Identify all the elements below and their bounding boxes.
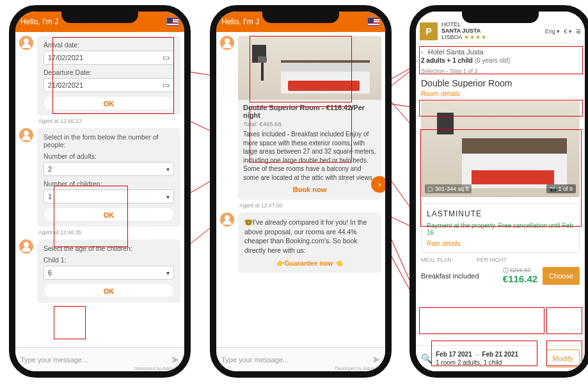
stars-icon: ★★★★ bbox=[464, 34, 487, 40]
breadcrumb: ‹ Hotel Santa Justa 2 adults + 1 child (… bbox=[416, 44, 585, 68]
floorplan-icon: ▢ bbox=[427, 186, 433, 192]
new-price: €116.42 bbox=[503, 273, 537, 284]
stage: Hello, I'm J Arrival date: 17/02/2021 ▭ bbox=[0, 0, 588, 386]
rate-details-link[interactable]: Rate details bbox=[427, 240, 574, 247]
comparison-text: 🤓I've already compared it for you! In th… bbox=[244, 218, 375, 255]
room-offer-card: Double Superior Room - €116.42/Per night… bbox=[238, 36, 381, 200]
booking-footer: 🔍 Feb 17 2021 → Feb 21 2021 1 room 2 adu… bbox=[416, 345, 585, 371]
lang-select[interactable]: Eng ▾ bbox=[545, 28, 560, 35]
col-meal: MEAL PLAN bbox=[421, 257, 451, 263]
child1-value: 6 bbox=[48, 269, 52, 277]
ok-button[interactable]: OK bbox=[44, 207, 174, 221]
message-row: Arrival date: 17/02/2021 ▭ Departure Dat… bbox=[19, 36, 180, 115]
area-tag: ▢301-344 sq ft bbox=[425, 184, 472, 193]
choose-button[interactable]: Choose bbox=[543, 267, 580, 285]
modify-button[interactable]: Modify bbox=[546, 350, 580, 367]
chat-body: Arrival date: 17/02/2021 ▭ Departure Dat… bbox=[15, 32, 184, 347]
send-icon[interactable]: ➤ bbox=[171, 353, 179, 366]
phone-notch bbox=[462, 12, 539, 23]
child-age-prompt: Select the age of the children: bbox=[44, 245, 174, 252]
phone-notch bbox=[262, 12, 339, 23]
flag-icon[interactable] bbox=[166, 17, 179, 26]
chat-input-placeholder: Type your message... bbox=[221, 356, 368, 364]
arrival-label: Arrival date: bbox=[44, 41, 174, 49]
flag-icon[interactable] bbox=[367, 17, 380, 26]
back-icon[interactable]: ‹ bbox=[421, 48, 424, 56]
phone-notch bbox=[61, 12, 138, 23]
room-image[interactable] bbox=[238, 36, 381, 100]
footer-dates: Feb 17 2021 → Feb 21 2021 1 room 2 adult… bbox=[436, 350, 518, 367]
bot-avatar-icon bbox=[19, 36, 33, 50]
room-details-link[interactable]: Room details bbox=[416, 90, 585, 101]
col-per-night: PER NIGHT bbox=[477, 257, 506, 263]
menu-icon[interactable]: ≡ bbox=[576, 26, 581, 36]
arrival-date-field[interactable]: 17/02/2021 ▭ bbox=[44, 51, 174, 65]
next-fab-button[interactable]: › bbox=[371, 176, 385, 193]
header-right: Eng ▾ € ▾ ≡ bbox=[545, 26, 581, 36]
chevron-down-icon: ▾ bbox=[166, 269, 170, 277]
bot-avatar-icon bbox=[19, 128, 33, 142]
departure-date-field[interactable]: 21/02/2021 ▭ bbox=[44, 78, 174, 92]
children-label: Number of children: bbox=[44, 180, 174, 188]
guests-summary: 2 adults + 1 child (6 years old) bbox=[421, 57, 580, 64]
children-select[interactable]: 1 ▾ bbox=[44, 189, 174, 204]
screen: Hello, I'm J Double Superior Room - €116… bbox=[216, 12, 385, 371]
search-icon[interactable]: 🔍 bbox=[421, 353, 432, 364]
people-card: Select in the form below the number of p… bbox=[37, 128, 180, 227]
greeting-text: Hello, I'm J bbox=[20, 17, 58, 26]
room-gallery[interactable]: ▢301-344 sq ft 📷 1 of 9 bbox=[421, 101, 580, 197]
developed-by: Developed by Asksuite bbox=[134, 366, 179, 371]
departure-label: Departure Date: bbox=[44, 68, 174, 76]
bot-avatar-icon bbox=[220, 213, 234, 227]
meal-row: Breakfast included i€216.50 €116.42 Choo… bbox=[416, 264, 585, 289]
adults-value: 2 bbox=[48, 165, 52, 173]
send-icon[interactable]: ➤ bbox=[372, 353, 380, 366]
meal-name: Breakfast included bbox=[421, 272, 498, 280]
message-row: Select in the form below the number of p… bbox=[19, 128, 180, 227]
adults-select[interactable]: 2 ▾ bbox=[44, 162, 174, 176]
ok-button[interactable]: OK bbox=[44, 284, 174, 298]
timestamp: Agent at 12:47:00 bbox=[239, 202, 381, 209]
camera-icon: 📷 bbox=[550, 186, 557, 192]
screen: Hello, I'm J Arrival date: 17/02/2021 ▭ bbox=[15, 12, 184, 371]
ok-button[interactable]: OK bbox=[44, 96, 174, 110]
photo-count: 📷 1 of 9 bbox=[546, 184, 576, 193]
arrival-date-value: 17/02/2021 bbox=[48, 54, 83, 61]
room-name: Double Superior Room bbox=[416, 77, 585, 90]
screen: P HOTEL SANTA JUSTA LISBOA ★★★★ Eng ▾ € … bbox=[416, 12, 585, 371]
bot-avatar-icon bbox=[220, 36, 234, 50]
phone-chat-2: Hello, I'm J Double Superior Room - €116… bbox=[210, 5, 392, 378]
calendar-icon: ▭ bbox=[163, 81, 170, 90]
children-value: 1 bbox=[48, 193, 52, 200]
comparison-card: 🤓I've already compared it for you! In th… bbox=[238, 213, 381, 273]
departure-date-value: 21/02/2021 bbox=[48, 81, 83, 89]
phone-chat-1: Hello, I'm J Arrival date: 17/02/2021 ▭ bbox=[9, 5, 191, 378]
bot-avatar-icon bbox=[19, 239, 33, 253]
chevron-down-icon: ▾ bbox=[166, 166, 170, 173]
adults-label: Number of adults: bbox=[44, 152, 174, 160]
guarantee-link[interactable]: 👉Guarantee now 👈 bbox=[276, 259, 344, 267]
hotel-name[interactable]: Hotel Santa Justa bbox=[428, 48, 484, 56]
chevron-down-icon: ▾ bbox=[166, 193, 170, 200]
timestamp: Agent at 12:46:35 bbox=[38, 229, 180, 236]
phone-booking: P HOTEL SANTA JUSTA LISBOA ★★★★ Eng ▾ € … bbox=[409, 5, 588, 378]
child1-select[interactable]: 6 ▾ bbox=[44, 266, 174, 280]
info-icon[interactable]: i bbox=[503, 268, 509, 273]
rate-title: LASTMINUTE bbox=[427, 209, 574, 218]
developed-by: Developed by Asksuite bbox=[335, 366, 380, 371]
currency-select[interactable]: € ▾ bbox=[564, 28, 572, 35]
room-title: Double Superior Room - €116.42/Per night bbox=[243, 104, 376, 119]
room-desc: Taxes included - Breakfast included Enjo… bbox=[243, 130, 376, 182]
price-block: i€216.50 €116.42 bbox=[503, 267, 537, 284]
message-row: 🤓I've already compared it for you! In th… bbox=[220, 213, 381, 273]
chat-input-placeholder: Type your message... bbox=[20, 356, 167, 364]
room-total: Total: €465.68 bbox=[243, 120, 376, 127]
column-headers: MEAL PLAN PER NIGHT bbox=[416, 253, 585, 264]
cancel-policy: Payment at the property. Free cancellati… bbox=[427, 222, 574, 236]
hotel-title: HOTEL SANTA JUSTA LISBOA ★★★★ bbox=[441, 22, 487, 41]
book-now-button[interactable]: Book now bbox=[238, 182, 381, 197]
message-row: Select the age of the children: Child 1:… bbox=[19, 239, 180, 303]
dates-card: Arrival date: 17/02/2021 ▭ Departure Dat… bbox=[37, 36, 180, 115]
hotel-logo-icon: P bbox=[420, 22, 438, 40]
arrow-right-icon: → bbox=[474, 351, 481, 358]
